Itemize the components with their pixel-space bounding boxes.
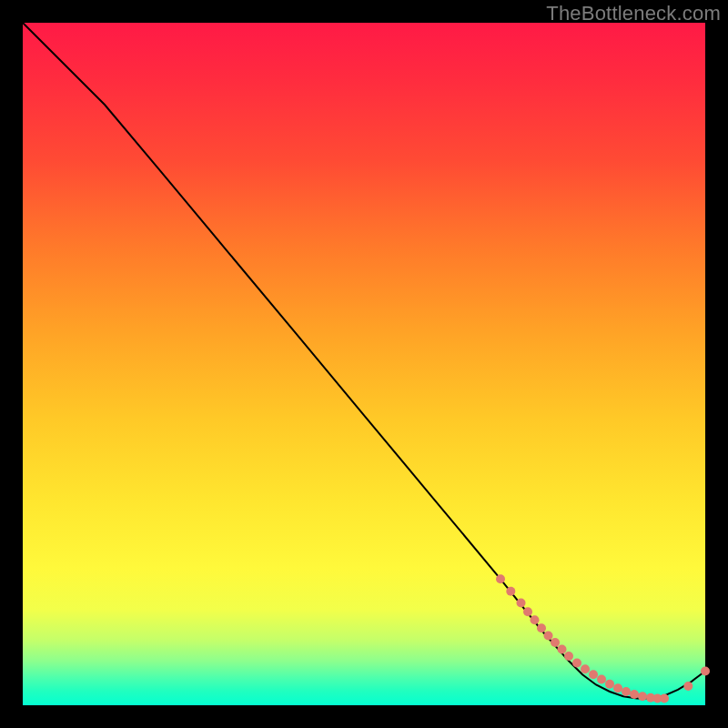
- data-dot: [496, 574, 505, 583]
- data-dot: [572, 659, 581, 668]
- plot-area: [23, 23, 705, 705]
- bottleneck-curve: [23, 23, 705, 699]
- data-dot: [589, 670, 598, 679]
- curve-layer: [23, 23, 705, 705]
- data-dot: [683, 682, 693, 691]
- data-dot: [544, 632, 553, 641]
- data-dot: [638, 692, 647, 701]
- data-dot: [701, 667, 710, 676]
- chart-frame: TheBottleneck.com: [0, 0, 728, 728]
- data-dot: [622, 687, 631, 696]
- data-dot: [523, 607, 532, 616]
- data-dot: [558, 645, 567, 654]
- data-dot: [517, 599, 526, 608]
- data-dot: [630, 690, 639, 699]
- data-dots: [496, 574, 710, 703]
- data-dot: [564, 652, 573, 661]
- watermark-text: TheBottleneck.com: [546, 2, 721, 25]
- data-dot: [506, 587, 515, 596]
- data-dot: [537, 623, 546, 632]
- data-dot: [605, 680, 614, 689]
- data-dot: [531, 615, 540, 624]
- data-dot: [551, 638, 560, 647]
- data-dot: [581, 664, 590, 673]
- data-dot: [660, 694, 669, 703]
- data-dot: [597, 675, 606, 684]
- data-dot: [613, 683, 622, 693]
